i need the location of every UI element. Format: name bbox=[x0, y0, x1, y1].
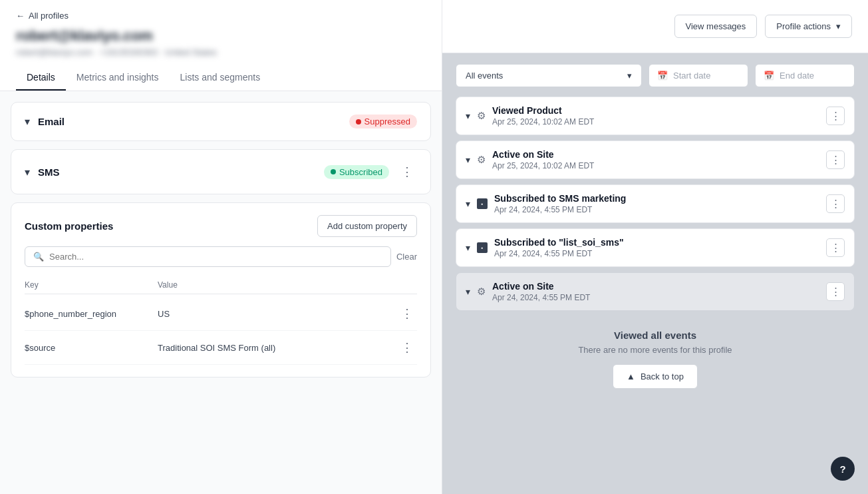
custom-properties-card: Custom properties Add custom property 🔍 … bbox=[11, 202, 431, 377]
right-header: View messages Profile actions ▾ bbox=[442, 0, 868, 53]
props-value-header: Value bbox=[158, 280, 417, 290]
event-chevron-icon[interactable]: ▾ bbox=[466, 198, 470, 209]
tab-metrics[interactable]: Metrics and insights bbox=[66, 65, 170, 91]
event-date: Apr 24, 2024, 4:55 PM EDT bbox=[494, 249, 819, 258]
viewed-all-subtitle: There are no more events for this profil… bbox=[462, 345, 848, 355]
add-custom-property-button[interactable]: Add custom property bbox=[317, 215, 417, 237]
sms-chevron-button[interactable]: ▾ bbox=[25, 166, 30, 178]
event-info: Subscribed to "list_soi_sms" Apr 24, 202… bbox=[494, 237, 819, 258]
chevron-up-icon: ▲ bbox=[627, 371, 635, 381]
event-item: ▾ ⚙ Active on Site Apr 24, 2024, 4:55 PM… bbox=[456, 272, 855, 311]
event-chevron-icon[interactable]: ▾ bbox=[466, 286, 470, 297]
prop-value-0: US bbox=[158, 309, 397, 319]
custom-props-header: Custom properties Add custom property bbox=[25, 215, 417, 237]
event-header: ▾ ⚙ Viewed Product Apr 25, 2024, 10:02 A… bbox=[456, 97, 854, 134]
email-chevron-button[interactable]: ▾ bbox=[25, 115, 30, 128]
tab-details[interactable]: Details bbox=[16, 65, 66, 91]
flag-icon: ▪ bbox=[477, 198, 488, 209]
event-chevron-icon[interactable]: ▾ bbox=[466, 242, 470, 253]
tab-lists[interactable]: Lists and segments bbox=[170, 65, 271, 91]
events-filter-label: All events bbox=[466, 71, 503, 81]
viewed-all-title: Viewed all events bbox=[462, 330, 848, 341]
custom-props-search-input[interactable] bbox=[49, 252, 382, 262]
event-date: Apr 24, 2024, 4:55 PM EDT bbox=[492, 293, 819, 302]
event-date: Apr 25, 2024, 10:02 AM EDT bbox=[492, 161, 819, 170]
props-key-header: Key bbox=[25, 280, 158, 290]
email-channel-label: Email bbox=[38, 116, 341, 127]
sms-badge-label: Subscribed bbox=[339, 167, 382, 177]
back-label: All profiles bbox=[29, 11, 69, 21]
email-badge-label: Suppressed bbox=[364, 117, 410, 126]
event-more-button[interactable]: ⋮ bbox=[826, 282, 845, 301]
sms-channel-card: ▾ SMS Subscribed ⋮ bbox=[11, 149, 431, 194]
profile-actions-label: Profile actions bbox=[776, 21, 831, 31]
chevron-down-icon: ▾ bbox=[836, 21, 841, 31]
event-item: ▾ ▪ Subscribed to "list_soi_sms" Apr 24,… bbox=[456, 228, 855, 267]
event-chevron-icon[interactable]: ▾ bbox=[466, 111, 470, 121]
prop-menu-1[interactable]: ⋮ bbox=[397, 338, 417, 358]
event-date: Apr 24, 2024, 4:55 PM EDT bbox=[494, 205, 819, 214]
flag-icon: ▪ bbox=[477, 242, 488, 253]
profile-meta: robert@klaviyo.com · +19135330363 · Unit… bbox=[16, 47, 426, 57]
sms-channel-row: ▾ SMS Subscribed ⋮ bbox=[25, 162, 417, 182]
event-more-button[interactable]: ⋮ bbox=[826, 150, 845, 169]
help-button[interactable]: ? bbox=[831, 457, 855, 481]
event-title: Viewed Product bbox=[492, 105, 819, 116]
back-to-top-button[interactable]: ▲ Back to top bbox=[613, 364, 698, 389]
viewed-all-section: Viewed all events There are no more even… bbox=[456, 316, 855, 395]
profile-header: ← All profiles robert@klaviyo.com robert… bbox=[0, 0, 442, 91]
sms-badge-dot bbox=[331, 169, 336, 174]
event-date: Apr 25, 2024, 10:02 AM EDT bbox=[492, 117, 819, 126]
back-to-top-label: Back to top bbox=[641, 371, 684, 381]
props-table: Key Value $phone_number_region US ⋮ $sou… bbox=[25, 276, 417, 365]
custom-props-search-row: 🔍 Clear bbox=[25, 246, 417, 267]
event-more-button[interactable]: ⋮ bbox=[826, 107, 845, 125]
calendar-icon: 📅 bbox=[657, 71, 668, 81]
email-status-badge: Suppressed bbox=[349, 115, 417, 128]
event-more-button[interactable]: ⋮ bbox=[826, 194, 845, 213]
prop-value-1: Traditional SOI SMS Form (all) bbox=[158, 343, 397, 353]
start-date-input[interactable]: 📅 Start date bbox=[649, 64, 748, 87]
email-channel-card: ▾ Email Suppressed bbox=[11, 102, 431, 141]
event-chevron-icon[interactable]: ▾ bbox=[466, 154, 470, 165]
events-filter-dropdown[interactable]: All events ▾ bbox=[456, 64, 642, 87]
back-arrow-icon: ← bbox=[16, 11, 25, 21]
sms-more-button[interactable]: ⋮ bbox=[397, 162, 417, 182]
event-title: Subscribed to "list_soi_sms" bbox=[494, 237, 819, 248]
chevron-down-icon: ▾ bbox=[627, 71, 632, 81]
clear-search-button[interactable]: Clear bbox=[396, 252, 417, 262]
search-icon: 🔍 bbox=[33, 252, 44, 262]
prop-key-1: $source bbox=[25, 343, 158, 353]
prop-menu-0[interactable]: ⋮ bbox=[397, 304, 417, 324]
event-info: Active on Site Apr 25, 2024, 10:02 AM ED… bbox=[492, 149, 819, 170]
event-info: Viewed Product Apr 25, 2024, 10:02 AM ED… bbox=[492, 105, 819, 126]
left-content: ▾ Email Suppressed ▾ SMS Subscribed ⋮ bbox=[0, 91, 442, 388]
events-content: All events ▾ 📅 Start date 📅 End date ▾ ⚙… bbox=[442, 53, 868, 494]
right-panel: View messages Profile actions ▾ All even… bbox=[442, 0, 868, 494]
back-to-profiles-link[interactable]: ← All profiles bbox=[16, 11, 426, 21]
end-date-label: End date bbox=[780, 71, 814, 81]
event-info: Subscribed to SMS marketing Apr 24, 2024… bbox=[494, 193, 819, 214]
gear-icon: ⚙ bbox=[477, 286, 486, 298]
event-item: ▾ ⚙ Active on Site Apr 25, 2024, 10:02 A… bbox=[456, 140, 855, 179]
event-title: Active on Site bbox=[492, 281, 819, 292]
start-date-label: Start date bbox=[673, 71, 710, 81]
event-item: ▾ ⚙ Viewed Product Apr 25, 2024, 10:02 A… bbox=[456, 97, 855, 135]
left-panel: ← All profiles robert@klaviyo.com robert… bbox=[0, 0, 442, 494]
custom-props-search-box: 🔍 bbox=[25, 246, 391, 267]
event-more-button[interactable]: ⋮ bbox=[826, 238, 845, 257]
event-title: Active on Site bbox=[492, 149, 819, 160]
event-info: Active on Site Apr 24, 2024, 4:55 PM EDT bbox=[492, 281, 819, 302]
end-date-input[interactable]: 📅 End date bbox=[755, 64, 855, 87]
props-table-header: Key Value bbox=[25, 276, 417, 294]
table-row: $phone_number_region US ⋮ bbox=[25, 297, 417, 331]
view-messages-button[interactable]: View messages bbox=[674, 15, 758, 38]
gear-icon: ⚙ bbox=[477, 110, 486, 122]
profile-actions-button[interactable]: Profile actions ▾ bbox=[765, 15, 852, 38]
calendar-icon: 📅 bbox=[764, 71, 774, 81]
profile-name: robert@klaviyo.com bbox=[16, 27, 426, 45]
event-item: ▾ ▪ Subscribed to SMS marketing Apr 24, … bbox=[456, 184, 855, 223]
event-header: ▾ ⚙ Active on Site Apr 25, 2024, 10:02 A… bbox=[456, 141, 854, 178]
profile-tabs: Details Metrics and insights Lists and s… bbox=[16, 65, 426, 91]
prop-key-0: $phone_number_region bbox=[25, 309, 158, 319]
